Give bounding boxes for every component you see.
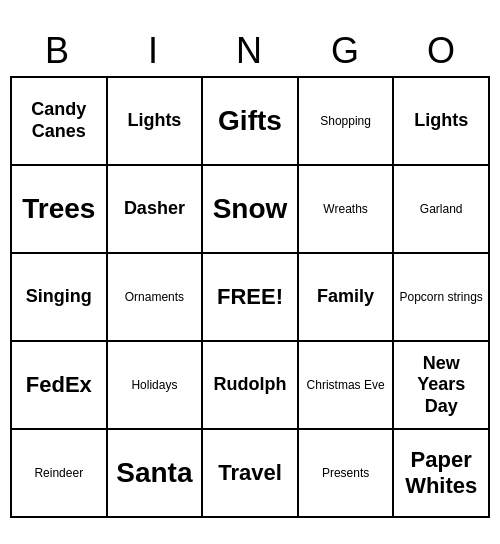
cell-text-r2-c3: Family xyxy=(317,286,374,308)
cell-r3-c2: Rudolph xyxy=(203,342,299,430)
cell-text-r1-c1: Dasher xyxy=(124,198,185,220)
cell-text-r1-c4: Garland xyxy=(420,202,463,216)
cell-r2-c1: Ornaments xyxy=(108,254,204,342)
cell-r2-c4: Popcorn strings xyxy=(394,254,490,342)
cell-text-r2-c2: FREE! xyxy=(217,284,283,310)
cell-r4-c3: Presents xyxy=(299,430,395,518)
cell-r0-c1: Lights xyxy=(108,78,204,166)
cell-text-r1-c3: Wreaths xyxy=(323,202,367,216)
cell-text-r0-c0: Candy Canes xyxy=(16,99,102,142)
cell-r0-c3: Shopping xyxy=(299,78,395,166)
cell-r0-c2: Gifts xyxy=(203,78,299,166)
cell-r4-c4: Paper Whites xyxy=(394,430,490,518)
cell-text-r2-c1: Ornaments xyxy=(125,290,184,304)
cell-text-r3-c0: FedEx xyxy=(26,372,92,398)
cell-text-r3-c3: Christmas Eve xyxy=(307,378,385,392)
cell-r1-c4: Garland xyxy=(394,166,490,254)
cell-text-r4-c2: Travel xyxy=(218,460,282,486)
cell-text-r2-c4: Popcorn strings xyxy=(400,290,483,304)
cell-r1-c2: Snow xyxy=(203,166,299,254)
cell-r4-c1: Santa xyxy=(108,430,204,518)
cell-r4-c0: Reindeer xyxy=(12,430,108,518)
bingo-grid: Candy CanesLightsGiftsShoppingLightsTree… xyxy=(10,76,490,518)
cell-r1-c3: Wreaths xyxy=(299,166,395,254)
header-letter-G: G xyxy=(298,26,394,76)
cell-text-r3-c4: New Years Day xyxy=(398,353,484,418)
cell-r3-c3: Christmas Eve xyxy=(299,342,395,430)
cell-text-r1-c2: Snow xyxy=(213,192,288,226)
cell-r2-c3: Family xyxy=(299,254,395,342)
cell-r0-c4: Lights xyxy=(394,78,490,166)
header-letter-N: N xyxy=(202,26,298,76)
cell-r2-c2: FREE! xyxy=(203,254,299,342)
cell-r3-c0: FedEx xyxy=(12,342,108,430)
cell-text-r0-c2: Gifts xyxy=(218,104,282,138)
cell-r3-c1: Holidays xyxy=(108,342,204,430)
cell-text-r0-c3: Shopping xyxy=(320,114,371,128)
header-letter-B: B xyxy=(10,26,106,76)
bingo-header: BINGO xyxy=(10,26,490,76)
cell-text-r3-c2: Rudolph xyxy=(214,374,287,396)
cell-r0-c0: Candy Canes xyxy=(12,78,108,166)
cell-r1-c1: Dasher xyxy=(108,166,204,254)
cell-text-r1-c0: Trees xyxy=(22,192,95,226)
cell-r3-c4: New Years Day xyxy=(394,342,490,430)
cell-text-r4-c0: Reindeer xyxy=(34,466,83,480)
cell-text-r4-c3: Presents xyxy=(322,466,369,480)
cell-text-r2-c0: Singing xyxy=(26,286,92,308)
cell-text-r4-c1: Santa xyxy=(116,456,192,490)
cell-r1-c0: Trees xyxy=(12,166,108,254)
cell-text-r3-c1: Holidays xyxy=(131,378,177,392)
header-letter-O: O xyxy=(394,26,490,76)
cell-text-r4-c4: Paper Whites xyxy=(398,447,484,500)
bingo-card: BINGO Candy CanesLightsGiftsShoppingLigh… xyxy=(10,26,490,518)
cell-text-r0-c4: Lights xyxy=(414,110,468,132)
cell-r2-c0: Singing xyxy=(12,254,108,342)
cell-text-r0-c1: Lights xyxy=(127,110,181,132)
cell-r4-c2: Travel xyxy=(203,430,299,518)
header-letter-I: I xyxy=(106,26,202,76)
